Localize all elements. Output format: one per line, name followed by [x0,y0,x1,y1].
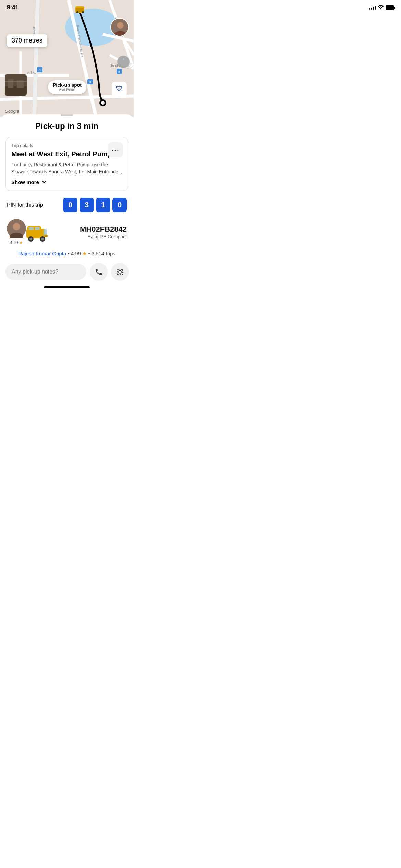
vehicle-model: Bajaj RE Compact [80,234,127,239]
driver-avatar: 4.99 ★ [7,219,26,245]
map-section: Jarimari Rd Swami Vivekananda Rd SG Josh… [0,0,134,117]
svg-text:Hill Rd: Hill Rd [27,71,37,74]
svg-text:B: B [89,80,91,84]
driver-name-link[interactable]: Rajesh Kumar Gupta [18,251,66,256]
svg-line-12 [34,0,38,117]
svg-rect-55 [44,235,48,237]
status-bar: 9:41 [0,0,134,15]
auto-rickshaw-icon [25,224,47,240]
home-indicator [44,286,90,288]
svg-point-41 [117,22,124,29]
action-bar [0,263,134,281]
pin-digit-3: 0 [112,198,127,212]
distance-badge: 370 metres [7,34,47,47]
svg-rect-49 [35,227,40,230]
svg-point-52 [29,238,32,240]
phone-icon [95,268,103,276]
street-photo[interactable]: ◀ [5,74,27,96]
driver-right: MH02FB2842 Bajaj RE Compact [80,225,127,239]
phone-button[interactable] [90,263,108,281]
google-logo: Google [5,109,19,114]
chevron-down-icon [41,179,47,185]
bottom-sheet: Pick-up in 3 min Trip details Meet at We… [0,114,134,298]
pin-row: PIN for this trip 0 3 1 0 [0,198,134,212]
trip-label: Trip details [11,143,122,148]
svg-text:🛡: 🛡 [116,85,123,93]
svg-point-44 [13,223,20,230]
drag-handle[interactable] [61,114,73,116]
svg-rect-37 [8,79,13,88]
svg-text:B: B [118,70,120,73]
svg-text:↑: ↑ [123,57,124,61]
driver-section: 4.99 ★ [0,219,134,245]
pin-digits: 0 3 1 0 [63,198,127,212]
status-time: 9:41 [7,4,19,11]
trip-title: Meet at West Exit, Petrol Pump [11,149,122,158]
show-more-button[interactable]: Show more [11,179,47,185]
brightness-icon [116,268,124,276]
pin-digit-2: 1 [96,198,110,212]
svg-point-56 [119,270,121,273]
driver-avatar-map [110,18,129,36]
svg-point-30 [101,101,105,105]
svg-line-64 [117,274,118,275]
pin-label: PIN for this trip [7,202,43,208]
more-menu-button[interactable]: ··· [108,142,123,157]
trip-description: For Lucky Restaurant & Petrol Pump, use … [11,161,122,176]
svg-line-63 [122,269,123,270]
trip-card: Trip details Meet at West Exit, Petrol P… [5,137,128,191]
pickup-spot-label: Pick-up spot लका रेस्टारट [48,80,86,94]
svg-point-54 [41,238,44,240]
brightness-button[interactable] [111,263,129,281]
pin-digit-0: 0 [63,198,77,212]
vehicle-number: MH02FB2842 [80,225,127,234]
svg-rect-48 [29,227,34,230]
pickup-notes-input[interactable] [5,264,86,280]
driver-name-row: Rajesh Kumar Gupta • 4.99 ★ • 3,514 trip… [0,251,134,257]
svg-rect-50 [44,229,47,236]
pin-digit-1: 3 [80,198,94,212]
driver-row: 4.99 ★ [7,219,127,245]
svg-rect-39 [5,81,27,82]
pickup-time: Pick-up in 3 min [0,121,134,131]
driver-left: 4.99 ★ [7,219,47,245]
svg-text:B: B [39,68,41,72]
